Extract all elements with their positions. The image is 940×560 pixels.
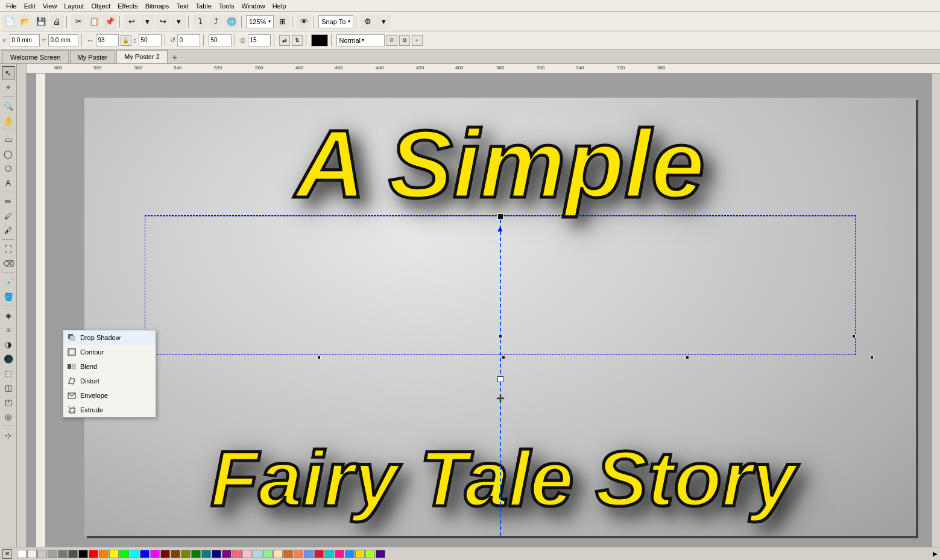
cut-button[interactable]: ✂ <box>71 14 86 29</box>
snap-to-dropdown[interactable]: Snap To ▾ <box>318 15 353 28</box>
add-btn[interactable]: + <box>412 35 423 46</box>
swatch-lightpink[interactable] <box>242 550 252 558</box>
menu-contour[interactable]: Contour <box>63 345 156 359</box>
swatch-blue[interactable] <box>140 550 150 558</box>
canvas-page[interactable]: A Simple Fairy Tale Story ▲ <box>84 98 916 536</box>
menu-object[interactable]: Object <box>87 1 114 11</box>
print-button[interactable]: 🖨 <box>49 14 64 29</box>
canvas-area[interactable]: A Simple Fairy Tale Story ▲ <box>84 98 916 536</box>
swatch-chocolate[interactable] <box>283 550 293 558</box>
zoom-dropdown[interactable]: 125% ▾ <box>246 15 274 28</box>
swatch-lightgray[interactable] <box>27 550 37 558</box>
redo-dropdown[interactable]: ▾ <box>171 14 186 29</box>
swatch-dodgerblue[interactable] <box>345 550 355 558</box>
selection-move-handle[interactable]: ▲ <box>496 224 505 233</box>
swatch-greenyellow[interactable] <box>365 550 375 558</box>
import-button[interactable]: ⤵ <box>193 14 207 29</box>
zoom-tool[interactable]: 🔍 <box>2 99 15 113</box>
swatch-moccasin[interactable] <box>273 550 283 558</box>
tab-welcome[interactable]: Welcome Screen <box>2 50 69 63</box>
swatch-magenta[interactable] <box>150 550 160 558</box>
freehand-tool[interactable]: ✏ <box>2 195 15 208</box>
menu-text[interactable]: Text <box>172 1 192 11</box>
corner-field[interactable] <box>248 34 271 46</box>
pointer-tool[interactable]: ↖ <box>2 66 15 80</box>
menu-table[interactable]: Table <box>192 1 215 11</box>
crop-tool[interactable]: ⛶ <box>2 242 15 256</box>
shadow-tool[interactable]: 🌑 <box>2 352 15 365</box>
tab-add-button[interactable]: + <box>169 51 181 63</box>
swatch-pink[interactable] <box>232 550 242 558</box>
save-button[interactable]: 💾 <box>34 14 48 29</box>
palette-scroll-right[interactable]: ▶ <box>930 550 940 557</box>
swatch-lightgreen[interactable] <box>263 550 273 558</box>
height-field[interactable] <box>139 34 162 46</box>
handle-bm2[interactable] <box>502 356 505 359</box>
copy-button[interactable]: 📋 <box>87 14 101 29</box>
handle-bottom-center[interactable] <box>497 376 503 382</box>
swatch-purple[interactable] <box>222 550 232 558</box>
scale-field[interactable] <box>209 34 232 46</box>
swatch-cyan[interactable] <box>130 550 139 558</box>
resize-handle-center[interactable]: ✛ <box>496 393 504 404</box>
connector-tool[interactable]: ⊹ <box>2 429 15 442</box>
tab-poster[interactable]: My Poster <box>70 50 116 63</box>
menu-extrude[interactable]: Extrude <box>63 403 156 417</box>
calligraphy-tool[interactable]: 🖋 <box>2 224 15 237</box>
swatch-green[interactable] <box>119 550 129 558</box>
contour-tool[interactable]: ◎ <box>2 410 15 423</box>
undo-dropdown[interactable]: ▾ <box>140 14 154 29</box>
no-fill-swatch[interactable]: ✕ <box>2 549 12 559</box>
bevel-tool[interactable]: ◰ <box>2 395 15 409</box>
swatch-olive[interactable] <box>181 550 191 558</box>
swatch-red[interactable] <box>89 550 98 558</box>
swatch-medgray[interactable] <box>48 550 57 558</box>
menu-view[interactable]: View <box>39 1 61 11</box>
handle-bm[interactable] <box>317 356 321 359</box>
swatch-cornflower[interactable] <box>304 550 314 558</box>
swatch-gray[interactable] <box>37 550 47 558</box>
menu-bitmaps[interactable]: Bitmaps <box>142 1 173 11</box>
redo-button[interactable]: ↪ <box>156 14 170 29</box>
handle-bm3[interactable] <box>686 356 689 359</box>
swatch-darkgray[interactable] <box>58 550 68 558</box>
menu-file[interactable]: File <box>2 1 21 11</box>
swatch-white[interactable] <box>17 550 27 558</box>
swatch-yellow[interactable] <box>109 550 119 558</box>
publish-button[interactable]: 🌐 <box>224 14 239 29</box>
text-tool[interactable]: A <box>2 176 15 189</box>
pan-tool[interactable]: ✋ <box>2 114 15 127</box>
menu-drop-shadow[interactable]: Drop Shadow <box>63 330 156 345</box>
menu-blend[interactable]: Blend <box>63 359 156 374</box>
polygon-tool[interactable]: ⬡ <box>2 162 15 175</box>
tab-poster2[interactable]: My Poster 2 <box>116 50 168 63</box>
handle-tm[interactable] <box>499 335 502 338</box>
envelope-tool[interactable]: ⬚ <box>2 367 15 380</box>
swatch-maroon[interactable] <box>160 550 170 558</box>
handle-br[interactable] <box>870 356 874 359</box>
scrollbar-vertical[interactable] <box>932 74 940 560</box>
fit-page-button[interactable]: ⊞ <box>275 14 289 29</box>
swatch-darkcyan[interactable] <box>324 550 334 558</box>
node-tool[interactable]: ⌖ <box>2 81 15 94</box>
fill-tool[interactable]: 🪣 <box>2 290 15 303</box>
eyedropper-tool[interactable]: 💉 <box>2 275 15 289</box>
lock-ratio-btn[interactable]: 🔒 <box>121 35 131 46</box>
extrude-tool[interactable]: ◫ <box>2 381 15 394</box>
selection-handle-top[interactable] <box>497 213 503 219</box>
menu-edit[interactable]: Edit <box>21 1 39 11</box>
options-button[interactable]: ⚙ <box>361 14 375 29</box>
export-button[interactable]: ⤴ <box>209 14 223 29</box>
undo-button[interactable]: ↩ <box>124 14 139 29</box>
swatch-teal[interactable] <box>201 550 211 558</box>
transparency-tool[interactable]: ◑ <box>2 338 15 351</box>
y-field[interactable] <box>48 34 78 46</box>
handle-tr[interactable] <box>852 335 856 338</box>
swatch-indigo[interactable] <box>376 550 385 558</box>
paste-button[interactable]: 📌 <box>103 14 117 29</box>
swatch-navy[interactable] <box>212 550 221 558</box>
blend-mode-dropdown[interactable]: Normal ▾ <box>336 34 385 46</box>
swatch-black[interactable] <box>78 550 88 558</box>
canvas-scroll[interactable]: A Simple Fairy Tale Story ▲ <box>36 74 940 560</box>
swatch-brown[interactable] <box>171 550 180 558</box>
